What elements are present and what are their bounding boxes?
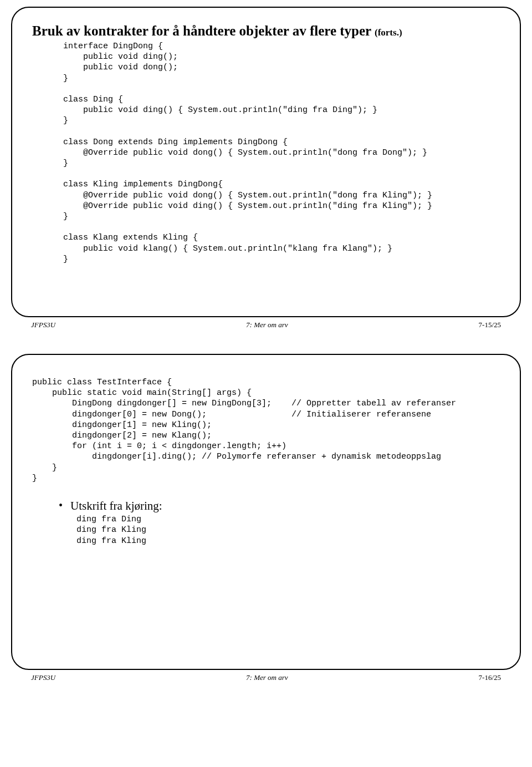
bullet-item: • Utskrift fra kjøring: xyxy=(59,499,500,513)
footer-right: 7-15/25 xyxy=(479,321,501,329)
output-line: ding fra Kling xyxy=(76,525,500,536)
footer-right: 7-16/25 xyxy=(479,673,501,682)
output-line: ding fra Kling xyxy=(76,536,500,547)
output-block: ding fra Ding ding fra Kling ding fra Kl… xyxy=(76,514,500,547)
footer-mid: 7: Mer om arv xyxy=(246,673,288,682)
footer-left: JFPS3U xyxy=(31,673,55,682)
bullet-icon: • xyxy=(59,499,63,511)
code-block-2: public class TestInterface { public stat… xyxy=(32,377,500,484)
title-main: Bruk av kontrakter for å håndtere objekt… xyxy=(32,23,375,38)
slide-card-1: Bruk av kontrakter for å håndtere objekt… xyxy=(11,7,521,317)
output-line: ding fra Ding xyxy=(76,514,500,525)
title-suffix: (forts.) xyxy=(375,27,402,38)
slide-title: Bruk av kontrakter for å håndtere objekt… xyxy=(32,23,500,39)
footer-mid: 7: Mer om arv xyxy=(246,321,288,329)
bullet-label: Utskrift fra kjøring: xyxy=(70,499,162,513)
footer-left: JFPS3U xyxy=(31,321,55,329)
code-block-1: interface DingDong { public void ding();… xyxy=(63,41,500,265)
slide-card-2: public class TestInterface { public stat… xyxy=(11,354,521,670)
footer-1: JFPS3U 7: Mer om arv 7-15/25 xyxy=(11,317,521,343)
footer-2: JFPS3U 7: Mer om arv 7-16/25 xyxy=(11,670,521,695)
